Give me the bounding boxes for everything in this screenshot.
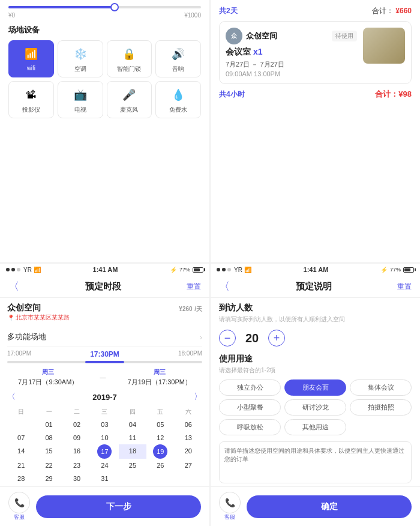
service-label-cal: 客服 [14,513,25,521]
cal-day-31[interactable]: 31 [91,472,118,485]
equip-item-tv[interactable]: 📺 电视 [58,81,103,118]
tag-6[interactable]: 呼吸放松 [219,419,281,435]
back-button-det[interactable]: 〈 [219,279,230,294]
cal-day-14[interactable]: 14 [7,444,35,459]
visitor-desc: 请填写实际到访人数，以便所有人顺利进入空间 [219,315,412,324]
cal-day-27[interactable]: 27 [175,459,202,472]
status-badge: 待使用 [332,31,357,41]
cal-prev-button[interactable]: 〈 [7,391,16,402]
bottom-btn-bar-det: 📞 客服 确定 [211,486,420,526]
cal-day-07[interactable]: 07 [7,431,35,444]
purpose-title: 使用用途 [219,354,412,364]
cal-day-13[interactable]: 13 [175,431,202,444]
visitor-title: 到访人数 [219,303,412,313]
cal-day-12[interactable]: 12 [146,431,174,444]
cal-day-09[interactable]: 09 [63,431,91,444]
price-min: ¥0 [8,12,15,19]
bottom-btn-bar-cal: 📞 客服 下一步 [0,486,209,526]
tag-1[interactable]: 朋友会面 [284,379,346,396]
venue-price: ¥260 /天 [179,304,202,313]
equip-item-mic[interactable]: 🎤 麦克风 [107,81,152,118]
card-content: 众 众创空间 待使用 会议室 x1 7月27日 － 7月27日 09:00AM … [226,28,357,77]
venue-type[interactable]: 多功能场地 › [7,328,202,346]
signal-dot2 [11,268,15,271]
cal-day-21[interactable]: 21 [7,459,35,472]
cal-dow-三: 三 [91,406,118,418]
carrier-cal: YR [23,267,32,273]
equip-item-lock[interactable]: 🔒 智能门锁 [107,40,152,77]
cal-day-20[interactable]: 20 [175,444,202,459]
equip-item-projector[interactable]: 📽 投影仪 [8,81,54,118]
price-labels: ¥0 ¥1000 [8,12,201,19]
tag-0[interactable]: 独立办公 [219,379,281,396]
slider-thumb[interactable] [110,3,119,11]
date-range: 7月27日 － 7月27日 [226,60,357,69]
service-button-det[interactable]: 📞 [219,492,241,513]
nav-title-cal: 预定时段 [85,281,121,292]
tag-2[interactable]: 集体会议 [350,379,412,396]
cal-day-18[interactable]: 18 [119,444,146,459]
cal-day-10[interactable]: 10 [91,431,118,444]
booking-card[interactable]: 众 众创空间 待使用 会议室 x1 7月27日 － 7月27日 09:00AM … [219,21,412,84]
cal-day-16[interactable]: 16 [63,444,91,459]
status-right-det: ⚡ 77% [380,267,414,273]
time-slider-track[interactable] [7,361,202,363]
counter-plus-button[interactable]: + [268,330,285,346]
equip-item-wifi[interactable]: 📶 wifi [8,40,54,77]
cal-next-button[interactable]: 〉 [194,391,202,402]
equip-icon-wifi: 📶 [23,46,40,62]
cal-day-19[interactable]: 19 [153,444,167,459]
cal-day-25[interactable]: 25 [119,459,146,472]
back-button-cal[interactable]: 〈 [8,279,19,294]
cal-day-05[interactable]: 05 [146,418,174,431]
slider-fill [8,6,115,8]
equip-item-water[interactable]: 💧 免费水 [155,81,201,118]
cal-day-empty [7,418,35,431]
cal-day-empty [146,472,174,485]
tag-5[interactable]: 拍摄拍照 [350,399,412,416]
cal-day-22[interactable]: 22 [35,459,62,472]
cal-day-24[interactable]: 24 [91,459,118,472]
next-step-button[interactable]: 下一步 [36,495,201,518]
cal-day-28[interactable]: 28 [7,472,35,485]
tag-7[interactable]: 其他用途 [284,419,346,435]
signal-dot3-det [227,268,231,271]
status-left-det: YR 📶 [217,267,251,273]
tag-4[interactable]: 研讨沙龙 [284,399,346,416]
cal-day-23[interactable]: 23 [63,459,91,472]
cal-day-26[interactable]: 26 [146,459,174,472]
cal-day-04[interactable]: 04 [119,418,146,431]
reset-button-det[interactable]: 重置 [397,282,412,292]
purpose-desc: 请选择最符合的1-2项 [219,366,412,375]
equip-item-ac[interactable]: ❄️ 空调 [58,40,103,77]
cal-day-29[interactable]: 29 [35,472,62,485]
counter-minus-button[interactable]: − [219,330,236,346]
equip-icon-mic: 🎤 [121,86,137,103]
room-image [363,28,405,64]
status-right-cal: ⚡ 77% [170,267,203,273]
battery-det [403,267,414,273]
cal-day-03[interactable]: 03 [91,418,118,431]
price-slider-track[interactable] [8,6,201,8]
date-selection: 周三 7月17日（9:30AM） — 周三 7月19日（17:30PM） [7,368,202,387]
date-start-sel: 周三 7月17日（9:30AM） [18,368,78,387]
cal-day-17[interactable]: 17 [97,444,112,459]
cal-day-11[interactable]: 11 [119,431,146,444]
cal-day-01[interactable]: 01 [35,418,62,431]
cal-day-15[interactable]: 15 [35,444,62,459]
cal-day-08[interactable]: 08 [35,431,62,444]
equip-item-speaker[interactable]: 🔊 音响 [155,40,201,77]
reset-button-cal[interactable]: 重置 [187,282,201,292]
status-left-cal: YR 📶 [6,267,41,273]
equip-label-mic: 麦克风 [120,106,138,114]
service-button-cal[interactable]: 📞 [8,492,30,513]
cal-day-30[interactable]: 30 [63,472,91,485]
cal-day-empty [175,472,202,485]
tag-3[interactable]: 小型聚餐 [219,399,281,416]
equipment-grid: 📶 wifi ❄️ 空调 🔒 智能门锁 🔊 音响 📽 投影仪 📺 电视 🎤 麦克… [8,40,201,118]
note-textarea[interactable] [219,441,412,483]
cal-day-06[interactable]: 06 [175,418,202,431]
nav-bar-cal: 〈 预定时段 重置 [0,276,209,298]
confirm-button[interactable]: 确定 [247,495,412,518]
cal-day-02[interactable]: 02 [63,418,91,431]
